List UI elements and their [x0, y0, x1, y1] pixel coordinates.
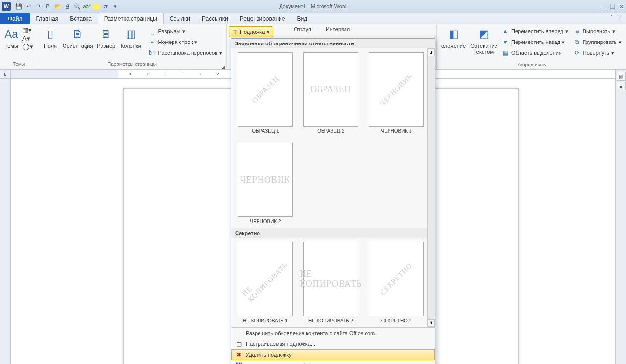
gallery-custom-label: Настраиваемая подложка...: [246, 341, 315, 347]
hyphenation-icon: bª‑: [149, 49, 156, 57]
watermark-preview-text: НЕ КОПИРОВАТЬ: [240, 254, 290, 304]
hyphenation-button[interactable]: bª‑Расстановка переносов ▾: [148, 48, 223, 58]
save-icon[interactable]: 💾: [15, 2, 22, 10]
orientation-button[interactable]: 🗎 Ориентация: [63, 26, 93, 49]
gallery-office-update[interactable]: Разрешить обновление контента с сайта Of…: [231, 328, 435, 339]
watermark-label: Подложка: [240, 29, 265, 35]
themes-icon: Aa: [3, 26, 19, 42]
watermark-caption: НЕ КОПИРОВАТЬ 1: [243, 318, 288, 323]
equation-icon[interactable]: π: [102, 2, 109, 10]
restore-icon[interactable]: ❐: [610, 3, 616, 10]
watermark-option[interactable]: ОБРАЗЕЦОБРАЗЕЦ 1: [237, 52, 294, 134]
watermark-gallery: Заявления об ограничении ответственности…: [231, 38, 435, 364]
tab-references[interactable]: Ссылки: [164, 13, 196, 24]
save-selection-icon: 💾: [235, 362, 243, 364]
highlight-icon[interactable]: [93, 3, 100, 9]
undo-icon[interactable]: ↶: [24, 2, 32, 10]
size-label: Размер: [97, 43, 115, 49]
forward-label: Переместить вперед: [511, 28, 563, 34]
page-setup-dialog-icon[interactable]: ◢: [222, 64, 225, 69]
qat-more-icon[interactable]: ▾: [111, 2, 119, 10]
gallery-custom-watermark[interactable]: ◫Настраиваемая подложка...: [231, 339, 435, 349]
size-button[interactable]: 🗏 Размер: [96, 26, 116, 49]
vertical-ruler[interactable]: [0, 79, 11, 364]
watermark-preview-text: ЧЕРНОВИК: [378, 71, 414, 107]
position-label: оложение: [441, 43, 466, 49]
theme-effects-icon[interactable]: ◯▾: [22, 43, 33, 50]
watermark-option[interactable]: НЕ КОПИРОВАТЬНЕ КОПИРОВАТЬ 1: [237, 242, 294, 323]
gallery-remove-watermark[interactable]: ✖Удалить подложку: [231, 349, 435, 360]
tab-view[interactable]: Вид: [291, 13, 313, 24]
columns-icon: ▥: [123, 26, 139, 42]
tab-page-layout[interactable]: Разметка страницы: [98, 13, 164, 24]
themes-label: Темы: [4, 43, 18, 49]
group-button[interactable]: ⧉Группировать ▾: [572, 37, 623, 47]
watermark-option[interactable]: СЕКРЕТНОСЕКРЕТНО 1: [368, 242, 425, 323]
open-icon[interactable]: 📂: [54, 2, 62, 10]
spacing-label: Интервал: [326, 26, 350, 32]
title-bar: W 💾 ↶ ↷ 🗋 📂 🖨 🔍 abᵛ π ▾ Документ1 - Micr…: [0, 0, 626, 13]
new-doc-icon[interactable]: 🗋: [44, 2, 52, 10]
minimize-icon[interactable]: ▭: [601, 3, 607, 10]
wrap-button[interactable]: ◩ Обтекание текстом: [470, 26, 497, 55]
tab-review[interactable]: Рецензирование: [234, 13, 291, 24]
group-page-setup: Параметры страницы◢: [38, 62, 226, 69]
watermark-button[interactable]: ◫ Подложка ▾: [229, 26, 273, 37]
right-scroll-panel: ▤ ▲: [615, 70, 626, 364]
watermark-preview-text: СЕКРЕТНО: [379, 261, 414, 297]
margins-button[interactable]: ▯ Поля: [41, 26, 60, 49]
breaks-icon: ⎯: [149, 27, 156, 35]
watermark-option[interactable]: НЕ КОПИРОВАТЬНЕ КОПИРОВАТЬ 2: [302, 242, 359, 323]
remove-watermark-icon: ✖: [235, 351, 243, 358]
watermark-option[interactable]: ОБРАЗЕЦОБРАЗЕЦ 2: [302, 52, 359, 134]
rotate-button[interactable]: ⟳Повернуть ▾: [572, 48, 623, 58]
tab-home[interactable]: Главная: [30, 13, 65, 24]
ruler-corner[interactable]: L: [0, 70, 11, 79]
scroll-up-icon[interactable]: ▲: [617, 82, 626, 90]
gallery-category-2: Секретно: [231, 228, 435, 238]
redo-icon[interactable]: ↷: [34, 2, 42, 10]
print-icon[interactable]: 🖨: [64, 2, 71, 10]
position-button[interactable]: ◧ оложение: [440, 26, 467, 49]
breaks-label: Разрывы: [158, 28, 181, 34]
preview-icon[interactable]: 🔍: [73, 2, 81, 10]
wrap-label: Обтекание текстом: [470, 43, 497, 55]
watermark-caption: ЧЕРНОВИК 2: [250, 219, 281, 224]
watermark-preview-text: ЧЕРНОВИК: [240, 175, 291, 185]
breaks-button[interactable]: ⎯Разрывы ▾: [148, 26, 223, 36]
watermark-caption: НЕ КОПИРОВАТЬ 2: [308, 318, 353, 323]
align-button[interactable]: ≡Выровнять ▾: [572, 26, 623, 36]
line-numbers-button[interactable]: ≡Номера строк ▾: [148, 37, 223, 47]
selection-pane-button[interactable]: ▦Область выделения: [500, 48, 569, 58]
group-themes: Темы: [0, 62, 38, 69]
spelling-icon[interactable]: abᵛ: [83, 2, 91, 10]
hyphenation-label: Расстановка переносов: [158, 50, 217, 56]
theme-fonts-icon[interactable]: A▾: [22, 35, 33, 42]
minimize-ribbon-icon[interactable]: ˇ: [610, 14, 612, 21]
tab-insert[interactable]: Вставка: [64, 13, 98, 24]
theme-colors-icon[interactable]: ▦▾: [22, 26, 33, 34]
scroll-down-arrow-icon[interactable]: ▼: [428, 319, 435, 327]
orientation-label: Ориентация: [63, 43, 93, 49]
scroll-up-arrow-icon[interactable]: ▲: [428, 48, 435, 56]
align-label: Выровнять: [583, 28, 610, 34]
bring-forward-button[interactable]: ▲Переместить вперед ▾: [500, 26, 569, 36]
tab-mailings[interactable]: Рассылки: [196, 13, 234, 24]
ruler-toggle-icon[interactable]: ▤: [617, 72, 626, 81]
send-backward-button[interactable]: ▼Переместить назад ▾: [500, 37, 569, 47]
indent-label: Отступ: [294, 26, 311, 32]
rotate-label: Повернуть: [583, 50, 609, 56]
ribbon-tabs: Файл Главная Вставка Разметка страницы С…: [0, 13, 626, 24]
forward-icon: ▲: [501, 27, 509, 35]
watermark-option[interactable]: ЧЕРНОВИКЧЕРНОВИК 1: [368, 52, 425, 134]
gallery-save-selection: 💾Сохранить выделенный фрагмент в коллекц…: [231, 360, 435, 364]
help-icon[interactable]: ❔: [615, 14, 623, 21]
close-icon[interactable]: ✕: [619, 3, 624, 10]
line-numbers-icon: ≡: [149, 38, 156, 46]
gallery-scrollbar[interactable]: ▲ ▼: [427, 48, 435, 327]
tab-file[interactable]: Файл: [0, 13, 30, 24]
chevron-down-icon: ▾: [267, 29, 270, 35]
themes-button[interactable]: Aa Темы: [3, 26, 20, 49]
columns-button[interactable]: ▥ Колонки: [119, 26, 142, 49]
watermark-option[interactable]: ЧЕРНОВИКЧЕРНОВИК 2: [237, 143, 294, 224]
